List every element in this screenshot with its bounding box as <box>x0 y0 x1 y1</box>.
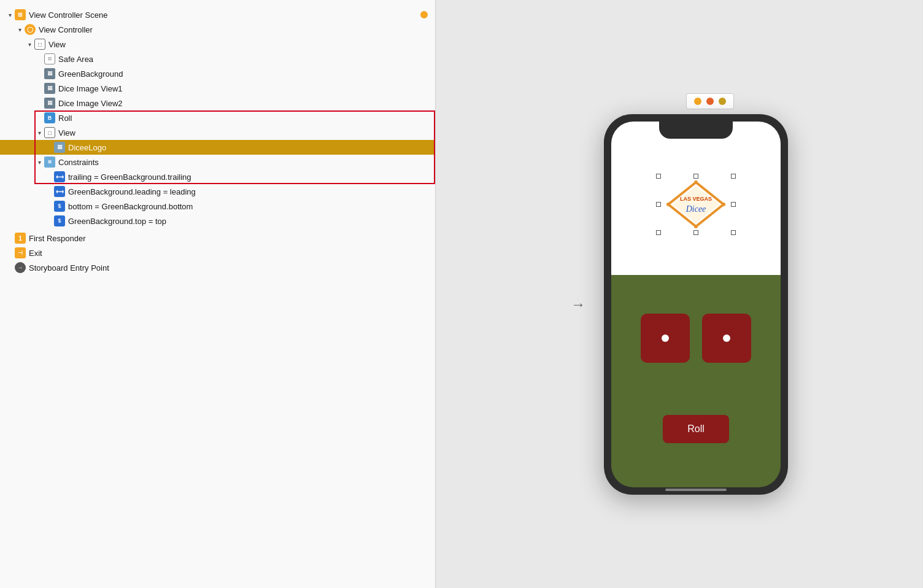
first-responder-icon: 1 <box>15 233 26 244</box>
roll-item[interactable]: ▸ B Roll <box>0 110 435 125</box>
handle-br <box>731 230 736 235</box>
arrow-right-icon: → <box>571 296 585 313</box>
dice-view1-label: Dice Image View1 <box>58 84 435 93</box>
constraint2-item[interactable]: ▸ ⟷ GreenBackground.leading = leading <box>0 184 435 199</box>
handle-tr <box>731 174 736 179</box>
dice-view1-item[interactable]: ▸ 🖼 Dice Image View1 <box>0 81 435 96</box>
dice-view2-label: Dice Image View2 <box>58 99 435 108</box>
chevron-icon: ▾ <box>25 41 34 48</box>
handle-tm <box>693 174 698 179</box>
roll-button[interactable]: Roll <box>663 415 729 443</box>
vc-icon: ◯ <box>25 24 36 35</box>
scene-label: View Controller Scene <box>29 10 420 20</box>
constraint1-item[interactable]: ▸ ⟷ trailing = GreenBackground.trailing <box>0 169 435 184</box>
view-icon: □ <box>44 127 55 138</box>
chevron-icon: ▾ <box>15 26 25 33</box>
first-responder-label: First Responder <box>29 234 435 243</box>
view2-item[interactable]: ▾ □ View <box>0 125 435 140</box>
imageview-icon: 🖼 <box>54 142 65 153</box>
phone-toolbar <box>686 93 734 109</box>
scene-root-item[interactable]: ▾ ⊞ View Controller Scene <box>0 7 435 22</box>
toolbar-circle-3 <box>719 98 726 105</box>
constraint-h-icon: ⟷ <box>54 171 65 182</box>
scene-icon: ⊞ <box>15 9 26 20</box>
view2-label: View <box>58 128 435 137</box>
vc-label: View Controller <box>39 25 435 34</box>
handle-bl <box>656 230 661 235</box>
dicee-logo-item[interactable]: ▸ 🖼 DiceeLogo <box>0 140 435 155</box>
handle-bm <box>693 230 698 235</box>
preview-panel: → <box>436 0 923 588</box>
roll-label: Roll <box>58 114 435 123</box>
view-label: View <box>48 40 435 49</box>
svg-point-5 <box>666 203 670 206</box>
screen-bottom: Roll <box>611 275 781 487</box>
phone-wrapper: → <box>571 114 788 495</box>
toolbar-circle-1 <box>694 98 701 105</box>
svg-point-3 <box>722 203 725 206</box>
first-responder-item[interactable]: ▸ 1 First Responder <box>0 231 435 246</box>
dice-dot <box>723 335 730 342</box>
green-bg-label: GreenBackground <box>58 69 435 79</box>
constraints-icon: ⊞ <box>44 157 55 168</box>
dot-indicator <box>420 11 428 18</box>
constraint4-item[interactable]: ▸ ⥮ GreenBackground.top = top <box>0 214 435 228</box>
exit-label: Exit <box>29 249 435 258</box>
exit-icon: ⊣ <box>15 247 26 258</box>
green-bg-item[interactable]: ▸ 🖼 GreenBackground <box>0 66 435 81</box>
phone-notch <box>659 122 733 139</box>
constraint2-label: GreenBackground.leading = leading <box>68 187 435 196</box>
entry-point-item[interactable]: ▸ → Storyboard Entry Point <box>0 260 435 275</box>
dice-2 <box>702 314 751 363</box>
view-root-item[interactable]: ▾ □ View <box>0 37 435 52</box>
toolbar-circle-2 <box>706 98 714 105</box>
exit-item[interactable]: ▸ ⊣ Exit <box>0 246 435 260</box>
constraint-h-icon: ⟷ <box>54 186 65 197</box>
home-indicator <box>665 489 727 491</box>
phone-screen: LAS VEGAS Dicee <box>611 122 781 487</box>
constraint3-label: bottom = GreenBackground.bottom <box>68 202 435 211</box>
chevron-icon: ▾ <box>34 159 44 166</box>
constraint4-label: GreenBackground.top = top <box>68 217 435 226</box>
red-border-wrapper: ▸ B Roll ▾ □ View ▸ 🖼 DiceeLogo <box>0 110 435 155</box>
svg-text:Dicee: Dicee <box>685 204 706 214</box>
imageview-icon: 🖼 <box>44 98 55 109</box>
constraint-v-icon: ⥮ <box>54 215 65 226</box>
screen-top: LAS VEGAS Dicee <box>611 122 781 275</box>
safe-area-icon: ⊡ <box>44 53 55 64</box>
safe-area-item[interactable]: ▸ ⊡ Safe Area <box>0 52 435 66</box>
constraints-item[interactable]: ▾ ⊞ Constraints <box>0 155 435 169</box>
dice-row <box>641 314 751 363</box>
handle-ml <box>656 202 661 207</box>
scene-tree-panel: ▾ ⊞ View Controller Scene ▾ ◯ View Contr… <box>0 0 436 588</box>
vc-item[interactable]: ▾ ◯ View Controller <box>0 22 435 37</box>
dice-1 <box>641 314 690 363</box>
imageview-icon: 🖼 <box>44 83 55 94</box>
svg-point-4 <box>694 225 698 228</box>
constraints-label: Constraints <box>58 158 435 167</box>
imageview-icon: 🖼 <box>44 68 55 79</box>
dicee-logo-label: DiceeLogo <box>68 143 428 152</box>
chevron-icon: ▾ <box>34 130 44 136</box>
svg-text:LAS VEGAS: LAS VEGAS <box>680 196 712 202</box>
logo-selection: LAS VEGAS Dicee <box>662 180 730 229</box>
safe-area-label: Safe Area <box>58 55 435 64</box>
chevron-icon: ▾ <box>5 12 15 18</box>
constraint3-item[interactable]: ▸ ⥮ bottom = GreenBackground.bottom <box>0 199 435 214</box>
phone-mockup: LAS VEGAS Dicee <box>604 114 788 495</box>
dice-view2-item[interactable]: ▸ 🖼 Dice Image View2 <box>0 96 435 110</box>
constraint-v-icon: ⥮ <box>54 201 65 212</box>
entry-point-icon: → <box>15 262 26 273</box>
entry-point-label: Storyboard Entry Point <box>29 263 435 273</box>
handle-mr <box>731 202 736 207</box>
button-icon: B <box>44 112 55 123</box>
las-vegas-logo: LAS VEGAS Dicee <box>662 180 730 229</box>
svg-point-2 <box>694 180 698 184</box>
view-icon: □ <box>34 39 45 50</box>
handle-tl <box>656 174 661 179</box>
phone-container: → <box>571 93 788 495</box>
dice-dot <box>662 335 669 342</box>
constraint1-label: trailing = GreenBackground.trailing <box>68 172 435 182</box>
